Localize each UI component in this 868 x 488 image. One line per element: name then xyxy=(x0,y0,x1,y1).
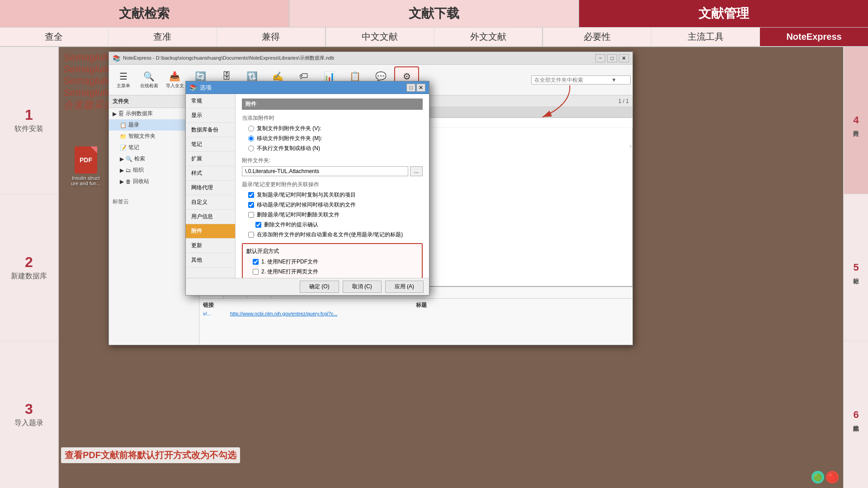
online-search-label: 在线检索 xyxy=(140,83,158,89)
checkbox-auto-rename[interactable]: 在添加附件文件的时候自动重命名文件(使用题录/笔记的标题) xyxy=(248,231,423,239)
import-full-label: 导入全文 xyxy=(166,83,184,89)
dialog-menu-styles[interactable]: 样式 xyxy=(186,166,235,181)
cb-copy-related[interactable] xyxy=(248,192,254,198)
radio-copy-label: 复制文件到附件文件夹 (V): xyxy=(257,125,321,132)
dialog-menu-user-info[interactable]: 用户信息 xyxy=(186,210,235,224)
sub-nav-noteexpress[interactable]: NoteExpress xyxy=(760,28,868,46)
sub-nav-wawen[interactable]: 外文文献 xyxy=(434,28,543,46)
dialog-ok-btn[interactable]: 确定 (O) xyxy=(300,281,339,293)
smart-update-icon: 🔃 xyxy=(246,71,258,82)
checkbox-ne-web[interactable]: 2. 使用NE打开网页文件 xyxy=(253,268,418,276)
taskbar-icon-1[interactable]: 🟢 xyxy=(811,471,824,483)
checkbox-confirm-delete[interactable]: 删除文件时的提示确认 xyxy=(255,221,423,229)
cb-copy-related-label: 复制题录/笔记时同时复制与其关联的项目 xyxy=(257,191,356,199)
toolbar-import-full-btn[interactable]: 📥 导入全文 xyxy=(162,66,187,94)
import-full-icon: 📥 xyxy=(169,71,180,82)
toolbar-search-input[interactable] xyxy=(534,77,611,83)
sidebar-label-3: 导入题录 xyxy=(14,418,43,428)
radio-copy-input[interactable] xyxy=(248,126,254,131)
dialog-menu-other[interactable]: 其他 xyxy=(186,253,235,267)
right-sidebar-item-6[interactable]: 6 标注文献其他 xyxy=(844,341,868,488)
toolbar-search-area: ▼ xyxy=(531,75,631,84)
dialog-menu-extensions[interactable]: 扩展 xyxy=(186,152,235,166)
detail-col-title: 标题 xyxy=(416,301,629,309)
radio-no-action[interactable]: 不执行文件复制或移动 (N) xyxy=(248,145,423,152)
radio-move-input[interactable] xyxy=(248,136,254,141)
options-icon: ⚙ xyxy=(403,71,411,82)
sub-nav-cha-zhun[interactable]: 查准 xyxy=(108,28,217,46)
radio-no-action-label: 不执行文件复制或移动 (N) xyxy=(257,145,320,152)
center-area: Semaglutide Semaglutide Semaglutide Sema… xyxy=(59,47,843,488)
cb-auto-rename[interactable] xyxy=(248,232,254,238)
sidebar-item-1[interactable]: 1 软件安装 xyxy=(0,47,58,194)
attachment-folder-input[interactable] xyxy=(242,166,408,176)
dialog-restore-btn[interactable]: □ xyxy=(406,84,415,92)
default-open-title: 默认开启方式 xyxy=(246,248,418,255)
ne-close-btn[interactable]: ✕ xyxy=(619,54,629,62)
attachment-folder-input-row: ... xyxy=(242,166,423,176)
cb-move-related[interactable] xyxy=(248,202,254,208)
sidebar-item-3[interactable]: 3 导入题录 xyxy=(0,341,58,488)
search-dropdown-icon[interactable]: ▼ xyxy=(611,77,617,83)
cb-delete-related-label: 删除题录/笔记时同时删除关联文件 xyxy=(257,211,340,219)
sidebar-item-2[interactable]: 2 新建数据库 xyxy=(0,194,58,342)
dialog-menu-notes[interactable]: 笔记 xyxy=(186,137,235,152)
dialog-menu-custom[interactable]: 自定义 xyxy=(186,195,235,210)
dialog-cancel-btn[interactable]: 取消 (C) xyxy=(343,281,382,293)
pdf-label: Insulin struct ure and fun... xyxy=(68,175,104,186)
attachment-folder-browse-btn[interactable]: ... xyxy=(410,166,423,176)
checkbox-ne-pdf[interactable]: 1. 使用NE打开PDF文件 xyxy=(253,258,418,266)
cb-confirm-delete[interactable] xyxy=(255,222,261,228)
paper-check-icon: 📋 xyxy=(349,71,361,82)
radio-group: 复制文件到附件文件夹 (V): 移动文件到附件文件夹 (M): 不执行文件复制或… xyxy=(248,125,423,152)
sidebar-num-3: 3 xyxy=(25,401,33,418)
dialog-section-title: 附件 xyxy=(242,99,423,110)
ne-window-title: NoteExpress - D:\backup\xiongchuanshuang… xyxy=(123,55,595,61)
toolbar-menu-btn[interactable]: ☰ 主菜单 xyxy=(111,66,136,94)
dialog-menu-proxy[interactable]: 网络代理 xyxy=(186,181,235,195)
detail-link-full[interactable]: http://www.ncbi.nlm.nih.gov/entrez/query… xyxy=(230,311,629,316)
checkbox-copy-related[interactable]: 复制题录/笔记时同时复制与其关联的项目 xyxy=(248,191,423,199)
sub-nav-zhuliu[interactable]: 主流工具 xyxy=(651,28,760,46)
radio-move[interactable]: 移动文件到附件文件夹 (M): xyxy=(248,135,423,142)
online-search-icon: 🔍 xyxy=(143,71,155,82)
taskbar-icon-2[interactable]: 🔴 xyxy=(826,471,839,483)
db-icon: 🗄 xyxy=(118,111,124,117)
dialog-menu-attachment[interactable]: 附件 xyxy=(186,224,235,239)
menu-icon: ☰ xyxy=(119,71,127,82)
cb-delete-related[interactable] xyxy=(248,212,254,218)
ne-detail-row[interactable]: v/... http://www.ncbi.nlm.nih.gov/entrez… xyxy=(203,311,629,316)
sub-nav-cha-quan[interactable]: 查全 xyxy=(0,28,108,46)
right-sidebar-item-5[interactable]: 5 标记标签 xyxy=(844,194,868,342)
nav-literature-download[interactable]: 文献下载 xyxy=(290,0,579,27)
right-sidebar-item-4[interactable]: 4 导入附件 xyxy=(844,47,868,194)
dialog-close-btn[interactable]: ✕ xyxy=(416,84,425,92)
ne-window-icon: 📚 xyxy=(113,55,120,62)
ne-minimize-btn[interactable]: － xyxy=(595,54,605,62)
right-sidebar-num-4: 4 xyxy=(853,114,859,126)
dialog-menu-general[interactable]: 常规 xyxy=(186,94,235,108)
options-dialog: 📚 选项 □ ✕ 常规 显示 数据库备份 笔记 扩展 样式 网络代理 xyxy=(185,81,429,296)
ne-titlebar: 📚 NoteExpress - D:\backup\xiongchuanshua… xyxy=(109,52,632,65)
nav-literature-search[interactable]: 文献检索 xyxy=(0,0,289,27)
cb-ne-pdf[interactable] xyxy=(253,259,259,265)
checkbox-delete-related[interactable]: 删除题录/笔记时同时删除关联文件 xyxy=(248,211,423,219)
sub-nav-zhongwen[interactable]: 中文文献 xyxy=(326,28,434,46)
ne-restore-btn[interactable]: □ xyxy=(607,54,617,62)
dialog-right-content: 附件 当添加附件时 复制文件到附件文件夹 (V): 移动文件到附件文件夹 (M)… xyxy=(236,94,429,278)
toolbar-online-search-btn[interactable]: 🔍 在线检索 xyxy=(137,66,161,94)
dialog-apply-btn[interactable]: 应用 (A) xyxy=(385,281,424,293)
vertical-scroll[interactable]: › xyxy=(629,142,632,150)
dialog-menu-display[interactable]: 显示 xyxy=(186,108,235,123)
dialog-menu-update[interactable]: 更新 xyxy=(186,239,235,253)
pdf-file-item[interactable]: PDF Insulin struct ure and fun... xyxy=(68,146,104,186)
sub-nav-jian-de[interactable]: 兼得 xyxy=(217,28,326,46)
nav-literature-manage[interactable]: 文献管理 xyxy=(579,0,868,27)
checkbox-move-related[interactable]: 移动题录/笔记的时候同时移动关联的文件 xyxy=(248,201,423,209)
detail-link-short: v/... xyxy=(203,311,230,316)
sub-nav-biyaoxing[interactable]: 必要性 xyxy=(543,28,651,46)
dialog-menu-db-backup[interactable]: 数据库备份 xyxy=(186,123,235,137)
cb-ne-web[interactable] xyxy=(253,269,259,275)
radio-copy[interactable]: 复制文件到附件文件夹 (V): xyxy=(248,125,423,132)
radio-no-action-input[interactable] xyxy=(248,145,254,151)
